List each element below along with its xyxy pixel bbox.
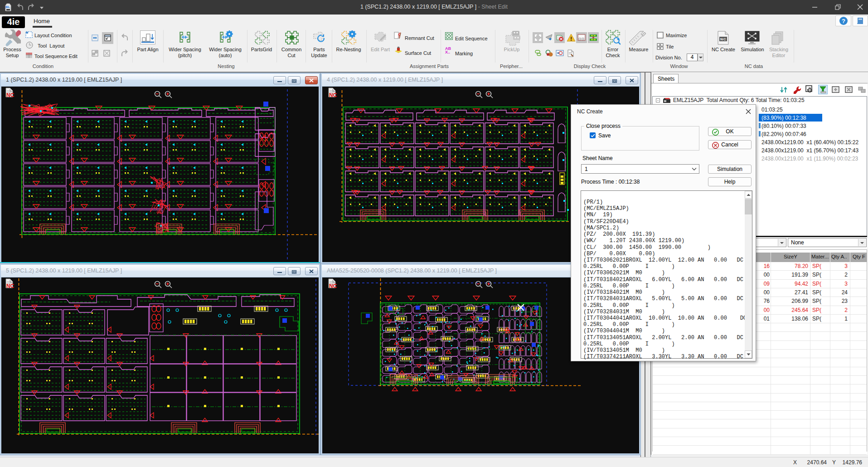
svg-text:NC: NC [720, 37, 727, 41]
svg-text:NC: NC [329, 92, 337, 98]
svg-text:NC: NC [329, 283, 337, 289]
svg-text:?: ? [842, 18, 845, 24]
svg-text:NC: NC [6, 283, 15, 289]
svg-text:NC: NC [6, 92, 15, 98]
